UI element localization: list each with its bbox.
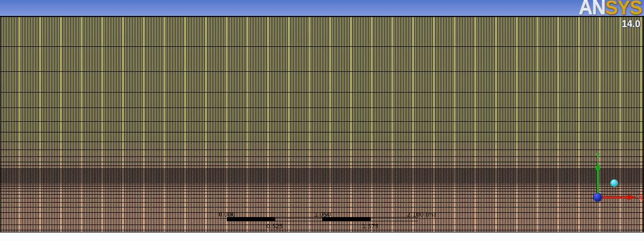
mesh-vertical-lines [0, 16, 644, 232]
triad-origin-ball[interactable] [594, 193, 603, 202]
background-bottom-strip [0, 232, 644, 241]
triad[interactable]: Y X [589, 151, 644, 207]
background-gradient-top [0, 0, 644, 16]
ansys-wordmark: ANSYS [579, 0, 642, 17]
ansys-logo-sys: SYS [605, 0, 642, 19]
ansys-version: 14.0 [579, 19, 642, 29]
triad-y-label: Y [595, 152, 600, 160]
viewport[interactable]: ANSYS 14.0 0.000 1.050 2.100 (m) 0.525 1… [0, 0, 644, 241]
triad-x-axis[interactable]: X [598, 193, 643, 202]
ansys-logo: ANSYS 14.0 [579, 0, 642, 29]
mesh-left-edge [0, 16, 1, 232]
triad-z-ball[interactable] [611, 179, 618, 187]
mesh-surface [0, 16, 644, 232]
triad-y-axis[interactable]: Y [595, 152, 601, 197]
ansys-logo-an: AN [579, 0, 605, 19]
triad-x-label: X [638, 193, 643, 202]
